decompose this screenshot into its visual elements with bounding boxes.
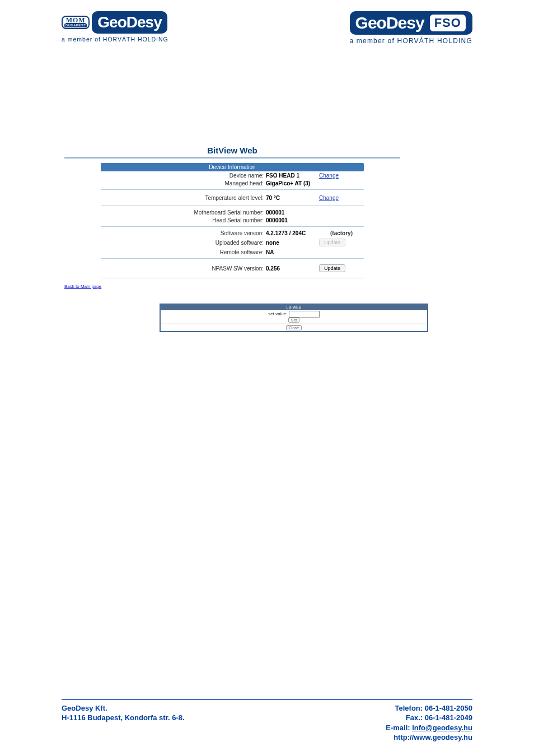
- lbweb-close-button[interactable]: Close: [286, 325, 302, 330]
- divider: [101, 206, 364, 206]
- divider: [101, 278, 364, 278]
- change-temp-link[interactable]: Change: [319, 195, 339, 201]
- logo-left-wrap: MOM BUDAPEST GeoDesy: [62, 11, 168, 34]
- value-managed-head: GigaPico+ AT (3): [266, 180, 319, 186]
- label-mb-serial: Motherboard Serial number:: [101, 209, 266, 216]
- value-npasw: 0.256: [266, 265, 319, 272]
- lbweb-set-label: set value:: [268, 311, 287, 316]
- back-main-link[interactable]: Back to Main page: [64, 284, 400, 289]
- row-device-name: Device name: FSO HEAD 1 Change: [101, 171, 364, 179]
- value-sw-version: 4.2.1273 / 204C: [266, 230, 330, 236]
- value-temp-alert: 70 °C: [266, 195, 319, 201]
- label-uploaded-sw: Uploaded software:: [101, 240, 266, 246]
- logo-right-main: GeoDesy FSO: [350, 11, 472, 35]
- logo-left-block: MOM BUDAPEST GeoDesy a member of HORVÁTH…: [62, 11, 168, 43]
- logo-left-badge-bottom: BUDAPEST: [64, 24, 87, 27]
- page-header: MOM BUDAPEST GeoDesy a member of HORVÁTH…: [0, 0, 534, 45]
- footer-right: Telefon: 06-1-481-2050 Fax.: 06-1-481-20…: [386, 703, 472, 743]
- label-head-serial: Head Serial number:: [101, 217, 266, 223]
- footer-web: http://www.geodesy.hu: [386, 732, 472, 743]
- logo-left-tagline: a member of HORVÁTH HOLDING: [62, 36, 168, 43]
- change-device-name-link[interactable]: Change: [319, 172, 339, 179]
- value-uploaded-sw: none: [266, 240, 319, 246]
- page-title: BitView Web: [64, 146, 400, 155]
- footer-divider: [62, 699, 472, 700]
- label-managed-head: Managed head:: [101, 180, 266, 186]
- lbweb-body: set value: Set Close: [161, 310, 427, 331]
- factory-label: (factory): [330, 230, 353, 236]
- logo-left-badge: MOM BUDAPEST: [62, 16, 90, 29]
- divider: [161, 324, 427, 324]
- row-npasw: NPASW SW version: 0.256 Update: [101, 261, 364, 276]
- lbweb-popup: LB-WEB set value: Set Close: [160, 304, 428, 332]
- logo-left-main: GeoDesy: [92, 11, 167, 34]
- label-device-name: Device name:: [101, 172, 266, 179]
- row-head-serial: Head Serial number: 0000001: [101, 216, 364, 224]
- row-temp-alert: Temperature alert level: 70 °C Change: [101, 192, 364, 203]
- label-remote-sw: Remote software:: [101, 249, 266, 255]
- label-npasw: NPASW SW version:: [101, 265, 266, 272]
- value-mb-serial: 000001: [266, 209, 319, 216]
- footer-fax: Fax.: 06-1-481-2049: [386, 713, 472, 723]
- title-underline: [64, 157, 400, 158]
- row-managed-head: Managed head: GigaPico+ AT (3): [101, 179, 364, 187]
- update-npasw-button[interactable]: Update: [319, 264, 345, 272]
- row-sw-version: Software version: 4.2.1273 / 204C (facto…: [101, 229, 364, 237]
- value-device-name: FSO HEAD 1: [266, 172, 319, 179]
- divider: [101, 189, 364, 190]
- divider: [101, 258, 364, 259]
- lbweb-set-button[interactable]: Set: [288, 318, 300, 323]
- logo-right-fso-pill: FSO: [429, 13, 467, 32]
- page-footer: GeoDesy Kft. H-1116 Budapest, Kondorfa s…: [62, 699, 472, 743]
- footer-row: GeoDesy Kft. H-1116 Budapest, Kondorfa s…: [62, 703, 472, 743]
- label-sw-version: Software version:: [101, 230, 266, 236]
- lbweb-header: LB-WEB: [161, 305, 427, 310]
- update-sw-button-disabled: Update: [319, 239, 345, 246]
- row-mb-serial: Motherboard Serial number: 000001: [101, 208, 364, 216]
- row-uploaded-sw: Uploaded software: none Update: [101, 237, 364, 248]
- logo-right-tagline: a member of HORVÁTH HOLDING: [349, 37, 472, 45]
- bitview-content: BitView Web Device Information Device na…: [64, 146, 400, 289]
- logo-right-block: GeoDesy FSO a member of HORVÁTH HOLDING: [349, 11, 472, 45]
- footer-email-label: E-mail:: [386, 724, 412, 732]
- footer-email-link[interactable]: info@geodesy.hu: [412, 724, 472, 732]
- footer-left: GeoDesy Kft. H-1116 Budapest, Kondorfa s…: [62, 703, 185, 743]
- footer-address: H-1116 Budapest, Kondorfa str. 6-8.: [62, 713, 185, 723]
- footer-phone: Telefon: 06-1-481-2050: [386, 703, 472, 713]
- label-temp-alert: Temperature alert level:: [101, 195, 266, 201]
- value-head-serial: 0000001: [266, 217, 319, 223]
- divider: [101, 226, 364, 227]
- logo-right-text: GeoDesy: [355, 13, 424, 32]
- footer-company: GeoDesy Kft.: [62, 703, 185, 713]
- value-remote-sw: NA: [266, 249, 319, 255]
- device-info-panel: Device Information Device name: FSO HEAD…: [101, 163, 364, 278]
- lbweb-value-input[interactable]: [289, 311, 320, 318]
- logo-left-badge-top: MOM: [66, 17, 86, 24]
- row-remote-sw: Remote software: NA: [101, 248, 364, 256]
- footer-email-line: E-mail: info@geodesy.hu: [386, 723, 472, 733]
- panel-header: Device Information: [101, 163, 364, 171]
